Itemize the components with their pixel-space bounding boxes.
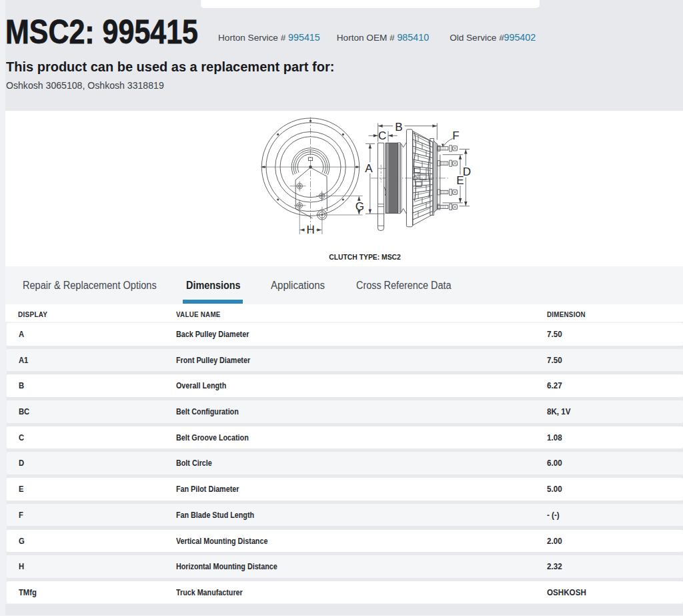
- svg-text:H: H: [306, 224, 314, 236]
- svg-text:A: A: [365, 162, 373, 175]
- svg-text:C: C: [378, 129, 386, 142]
- svg-text:B: B: [395, 121, 402, 133]
- svg-text:E: E: [456, 174, 464, 187]
- svg-text:G: G: [356, 200, 364, 213]
- svg-text:F: F: [452, 129, 459, 142]
- svg-text:D: D: [463, 166, 471, 178]
